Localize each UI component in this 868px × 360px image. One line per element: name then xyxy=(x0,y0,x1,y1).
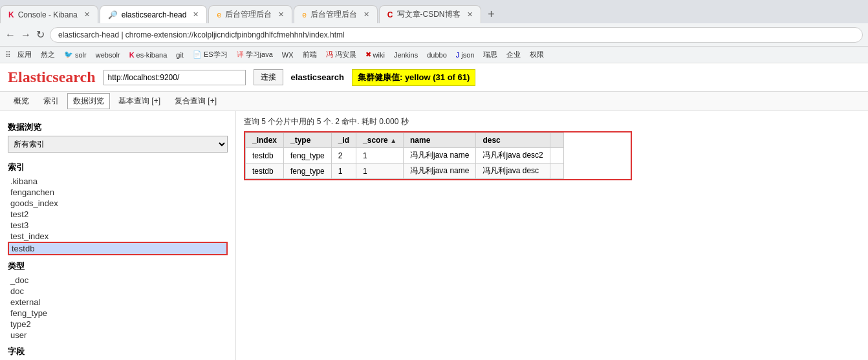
fanganchen-icon: 冯 xyxy=(326,50,333,59)
type-item-type2[interactable]: type2 xyxy=(8,319,228,330)
tab-admin2[interactable]: e 后台管理后台 ✕ xyxy=(294,5,378,23)
bm-esstudy[interactable]: 📄ES学习 xyxy=(190,49,230,60)
type-item-external[interactable]: external xyxy=(8,297,228,308)
type-list: _doc doc external feng_type type2 user xyxy=(8,275,228,341)
col-header-id[interactable]: _id xyxy=(331,133,356,148)
bm-json-label: json xyxy=(461,51,474,59)
col-header-name[interactable]: name xyxy=(404,133,476,148)
databrowse-title: 数据浏览 xyxy=(8,122,228,133)
bm-java-label: 学习java xyxy=(246,50,273,59)
cell-_score: 1 xyxy=(356,164,404,179)
bm-ranz[interactable]: 然之 xyxy=(38,49,58,60)
index-item-test3[interactable]: test3 xyxy=(8,220,228,231)
type-item-feng-type[interactable]: feng_type xyxy=(8,308,228,319)
index-item-goods-index[interactable]: goods_index xyxy=(8,198,228,209)
bm-frontend[interactable]: 前端 xyxy=(300,49,320,60)
col-header-desc[interactable]: desc xyxy=(476,133,550,148)
apps-icon: ⠿ xyxy=(5,50,11,59)
tab-admin1-close[interactable]: ✕ xyxy=(278,10,284,19)
bm-solr[interactable]: 🐦solr xyxy=(61,50,89,59)
bm-git[interactable]: git xyxy=(173,50,186,59)
bm-websolr[interactable]: websolr xyxy=(93,50,123,59)
eshead-icon: 🔎 xyxy=(108,10,118,19)
index-item-test2[interactable]: test2 xyxy=(8,209,228,220)
bm-permission-label: 权限 xyxy=(530,50,544,59)
bm-esstudy-label: ES学习 xyxy=(204,50,228,59)
url-input[interactable] xyxy=(50,27,863,43)
nav-tab-complexquery[interactable]: 复合查询 [+] xyxy=(169,93,222,109)
bm-eskibana[interactable]: Kes-kibana xyxy=(127,50,170,59)
bm-java[interactable]: 译学习java xyxy=(234,49,276,60)
es-content: 查询 5 个分片中用的 5 个. 2 命中. 耗时 0.000 秒 _index… xyxy=(236,111,868,360)
json-icon: J xyxy=(456,51,460,59)
cell-name: 冯凡利java name xyxy=(404,148,476,164)
query-info: 查询 5 个分片中用的 5 个. 2 命中. 耗时 0.000 秒 xyxy=(244,116,860,127)
tab-kibana-close[interactable]: ✕ xyxy=(84,10,90,19)
tab-admin1[interactable]: e 后台管理后台 ✕ xyxy=(208,5,292,23)
index-list: .kibana fenganchen goods_index test2 tes… xyxy=(8,176,228,255)
col-header-type[interactable]: _type xyxy=(284,133,332,148)
cell-desc: 冯凡利java desc2 xyxy=(476,148,550,164)
cell-_score: 1 xyxy=(356,148,404,164)
nav-tab-basicquery[interactable]: 基本查询 [+] xyxy=(113,93,166,109)
es-url-input[interactable] xyxy=(103,70,246,85)
bm-jenkins[interactable]: Jenkins xyxy=(391,50,420,59)
results-box: _index _type _id _score ▲ xyxy=(244,131,632,180)
tab-csdn[interactable]: C 写文章-CSDN博客 ✕ xyxy=(379,5,481,23)
index-item-testdb[interactable]: testdb xyxy=(8,242,228,255)
tab-eshead[interactable]: 🔎 elasticsearch-head ✕ xyxy=(100,5,208,23)
results-table: _index _type _id _score ▲ xyxy=(245,132,564,179)
nav-tab-index[interactable]: 索引 xyxy=(38,93,65,109)
nav-tab-overview[interactable]: 概览 xyxy=(8,93,35,109)
bm-enterprise[interactable]: 企业 xyxy=(504,49,523,60)
type-section-title: 类型 xyxy=(8,260,228,272)
bm-apps[interactable]: 应用 xyxy=(15,49,34,60)
bm-ruisi[interactable]: 瑞思 xyxy=(481,49,500,60)
index-item-fenganchen[interactable]: fenganchen xyxy=(8,187,228,198)
index-section-title: 索引 xyxy=(8,162,228,173)
bm-dubbo[interactable]: dubbo xyxy=(424,50,450,59)
refresh-button[interactable]: ↻ xyxy=(36,28,45,41)
bm-dubbo-label: dubbo xyxy=(427,51,447,59)
bm-permission[interactable]: 权限 xyxy=(527,49,547,60)
forward-button[interactable]: → xyxy=(21,29,31,41)
index-item-test-index[interactable]: test_index xyxy=(8,231,228,242)
col-header-index[interactable]: _index xyxy=(246,133,284,148)
cell-_index: testdb xyxy=(246,148,284,164)
tab-admin1-label: 后台管理后台 xyxy=(225,9,272,20)
wiki-icon: ✖ xyxy=(365,50,371,59)
cluster-name: elasticsearch xyxy=(291,72,344,82)
tab-admin2-close[interactable]: ✕ xyxy=(363,10,369,19)
cell-_type: feng_type xyxy=(284,148,332,164)
type-item-user[interactable]: user xyxy=(8,330,228,341)
bm-wiki-label: wiki xyxy=(373,51,385,59)
bm-fanganchen[interactable]: 冯冯安晨 xyxy=(323,49,359,60)
back-button[interactable]: ← xyxy=(5,29,16,41)
bm-frontend-label: 前端 xyxy=(303,50,317,59)
field-section-title: 字段 xyxy=(8,346,228,357)
bm-wiki[interactable]: ✖wiki xyxy=(363,50,387,59)
col-header-score[interactable]: _score ▲ xyxy=(356,133,404,148)
tab-csdn-close[interactable]: ✕ xyxy=(467,10,473,19)
bm-wx[interactable]: WX xyxy=(279,50,296,59)
bm-jenkins-label: Jenkins xyxy=(394,51,418,59)
es-header: Elasticsearch 连接 elasticsearch 集群健康值: ye… xyxy=(0,63,868,92)
nav-tab-databrowse[interactable]: 数据浏览 xyxy=(67,93,110,109)
es-logo: Elasticsearch xyxy=(8,69,96,86)
tab-eshead-close[interactable]: ✕ xyxy=(193,10,199,19)
cell-_id: 1 xyxy=(331,164,356,179)
tab-kibana[interactable]: K Console - Kibana ✕ xyxy=(0,5,98,23)
type-item-doc2[interactable]: doc xyxy=(8,286,228,297)
cell-extra xyxy=(550,148,563,164)
index-item-kibana[interactable]: .kibana xyxy=(8,176,228,187)
connect-button[interactable]: 连接 xyxy=(254,69,283,85)
table-row: testdbfeng_type11冯凡利java name冯凡利java des… xyxy=(246,164,564,179)
cell-name: 冯凡利java name xyxy=(404,164,476,179)
admin1-icon: e xyxy=(217,10,221,19)
bm-json[interactable]: Jjson xyxy=(453,50,477,59)
index-select[interactable]: 所有索引 xyxy=(8,136,228,153)
esstudy-icon: 📄 xyxy=(193,50,202,59)
admin2-icon: e xyxy=(302,10,307,19)
new-tab-button[interactable]: + xyxy=(483,5,501,23)
type-item-doc[interactable]: _doc xyxy=(8,275,228,286)
